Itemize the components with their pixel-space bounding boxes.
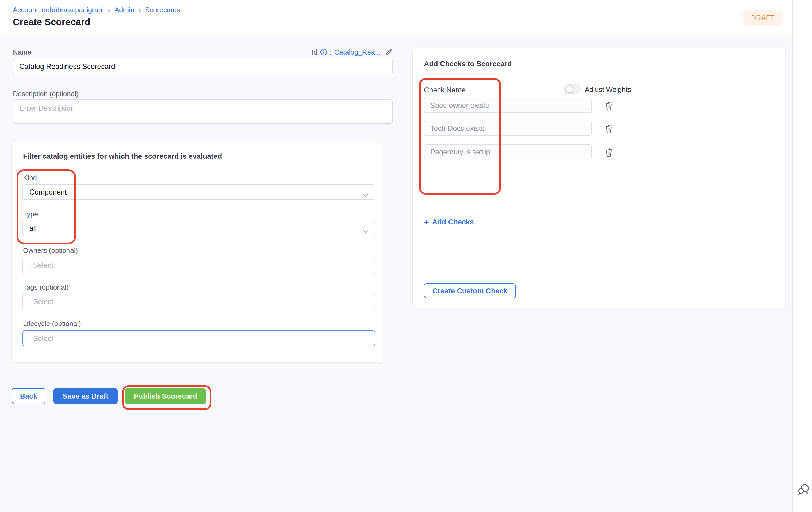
- check-name-input[interactable]: [424, 121, 592, 136]
- check-name-input[interactable]: [424, 144, 592, 159]
- kind-select[interactable]: Component: [23, 184, 375, 200]
- chevron-down-icon: [362, 191, 368, 199]
- back-button[interactable]: Back: [12, 388, 46, 404]
- scorecard-id-link[interactable]: Catalog_Rea...: [335, 48, 381, 56]
- owners-select-input[interactable]: [23, 258, 375, 273]
- type-select[interactable]: all: [23, 221, 375, 236]
- filter-section-title: Filter catalog entities for which the sc…: [23, 152, 222, 160]
- trash-icon: [605, 100, 613, 110]
- description-label: Description (optional): [13, 90, 79, 98]
- lifecycle-label: Lifecycle (optional): [23, 320, 81, 328]
- add-checks-button[interactable]: + Add Checks: [424, 218, 474, 226]
- breadcrumb-separator: ›: [139, 6, 141, 14]
- toggle-knob: [565, 85, 573, 93]
- add-checks-card: Add Checks to Scorecard Check Name Adjus…: [413, 48, 785, 308]
- check-name-input[interactable]: [424, 98, 592, 113]
- breadcrumb-separator: ›: [108, 6, 110, 14]
- breadcrumb-account-link[interactable]: Account: debabrata.panigrahi: [13, 6, 104, 14]
- adjust-weights-toggle[interactable]: [564, 85, 581, 93]
- add-checks-title: Add Checks to Scorecard: [424, 60, 512, 68]
- scorecard-id-row: Id : Catalog_Rea...: [312, 48, 393, 56]
- info-icon[interactable]: [320, 49, 327, 56]
- description-input[interactable]: [13, 99, 393, 124]
- id-label: Id: [312, 48, 318, 56]
- pencil-icon[interactable]: [385, 48, 393, 56]
- right-rail: [792, 0, 812, 512]
- owners-label: Owners (optional): [23, 246, 78, 254]
- name-label: Name: [13, 48, 31, 56]
- trash-icon: [605, 147, 613, 157]
- publish-scorecard-button[interactable]: Publish Scorecard: [125, 388, 206, 404]
- delete-check-button[interactable]: [603, 121, 615, 136]
- add-checks-label: Add Checks: [432, 218, 474, 226]
- chevron-down-icon: [362, 227, 368, 235]
- breadcrumb-scorecards-link[interactable]: Scorecards: [145, 6, 180, 14]
- check-name-column-header: Check Name: [424, 86, 466, 94]
- breadcrumb: Account: debabrata.panigrahi › Admin › S…: [13, 6, 180, 14]
- tags-label: Tags (optional): [23, 283, 69, 291]
- kind-label: Kind: [23, 174, 37, 182]
- chat-bubbles-icon[interactable]: [797, 483, 810, 498]
- lifecycle-select-input[interactable]: [23, 330, 375, 346]
- type-label: Type: [23, 210, 38, 218]
- plus-icon: +: [424, 219, 429, 225]
- breadcrumb-admin-link[interactable]: Admin: [114, 6, 134, 14]
- create-scorecard-page: Account: debabrata.panigrahi › Admin › S…: [0, 0, 812, 512]
- kind-select-value: Component: [29, 188, 67, 196]
- page-header: Account: debabrata.panigrahi › Admin › S…: [0, 0, 793, 35]
- save-as-draft-button[interactable]: Save as Draft: [54, 388, 118, 404]
- page-title: Create Scorecard: [13, 17, 90, 28]
- create-custom-check-button[interactable]: Create Custom Check: [424, 283, 516, 298]
- name-input[interactable]: [13, 59, 393, 74]
- filter-card: Filter catalog entities for which the sc…: [12, 142, 383, 362]
- status-badge: DRAFT: [743, 10, 783, 26]
- tags-select-input[interactable]: [23, 294, 375, 309]
- id-colon: :: [329, 48, 331, 56]
- adjust-weights-label: Adjust Weights: [585, 86, 631, 93]
- delete-check-button[interactable]: [603, 98, 615, 113]
- delete-check-button[interactable]: [603, 144, 615, 159]
- type-select-value: all: [29, 224, 37, 233]
- trash-icon: [605, 123, 613, 133]
